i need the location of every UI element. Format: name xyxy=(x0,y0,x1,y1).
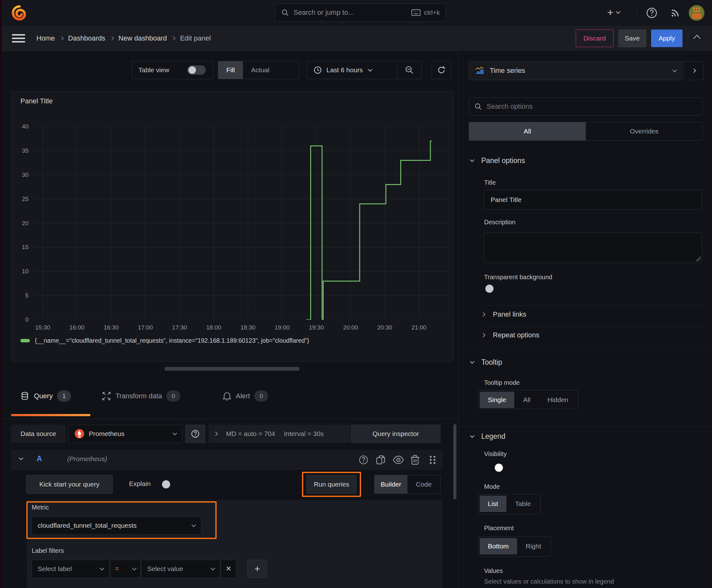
query-help-icon[interactable] xyxy=(358,455,369,465)
select-value-dropdown[interactable]: Select value xyxy=(141,560,220,578)
tooltip-single[interactable]: Single xyxy=(480,392,514,408)
zoom-out-button[interactable] xyxy=(397,61,421,79)
breadcrumb-dashboards[interactable]: Dashboards xyxy=(68,34,106,42)
section-divider xyxy=(459,426,712,427)
query-inspector-button[interactable]: Query inspector xyxy=(351,425,440,443)
left-edge-strip xyxy=(0,0,2,588)
prometheus-icon xyxy=(74,429,84,439)
query-scrollbar[interactable] xyxy=(453,424,456,499)
new-dashboard-button[interactable]: + xyxy=(607,7,620,18)
operator-dropdown[interactable]: = xyxy=(110,560,141,578)
transform-icon xyxy=(102,391,111,401)
legend-mode-list[interactable]: List xyxy=(480,496,506,512)
query-options-row[interactable]: MD = auto = 704 Interval = 30s xyxy=(209,425,350,443)
drag-handle-icon[interactable] xyxy=(429,455,437,465)
panel-options-pane: Time series Search options All Overrides… xyxy=(458,51,712,588)
tab-alert-label: Alert xyxy=(236,392,250,400)
tooltip-all[interactable]: All xyxy=(515,392,538,408)
user-avatar[interactable] xyxy=(689,5,705,21)
panel-preview: Panel Title 0510152025303540 15:3016:001… xyxy=(11,91,453,362)
tooltip-hidden[interactable]: Hidden xyxy=(539,392,577,408)
breadcrumb-new-dashboard[interactable]: New dashboard xyxy=(118,34,167,42)
tooltip-header[interactable]: Tooltip xyxy=(471,358,502,366)
search-placeholder: Search or jump to... xyxy=(294,8,407,17)
max-data-points: MD = auto = 704 xyxy=(226,430,275,438)
delete-query-icon[interactable] xyxy=(410,455,420,465)
chevron-down-icon xyxy=(173,430,177,435)
legend-mode-switcher: List Table xyxy=(478,494,541,514)
panel-options-header[interactable]: Panel options xyxy=(471,156,525,165)
resize-grip-icon[interactable] xyxy=(696,256,701,261)
repeat-options-header[interactable]: Repeat options xyxy=(481,331,539,339)
bell-icon xyxy=(222,391,231,401)
tab-alert[interactable]: Alert 0 xyxy=(222,391,268,402)
visualization-picker[interactable]: Time series xyxy=(469,61,682,80)
breadcrumb-home[interactable]: Home xyxy=(37,34,55,42)
chevron-down-icon xyxy=(100,566,104,570)
select-label-dropdown[interactable]: Select label xyxy=(32,560,110,578)
active-tab-indicator xyxy=(11,414,90,416)
actual-option[interactable]: Actual xyxy=(243,61,278,79)
data-source-picker[interactable]: Prometheus xyxy=(68,425,182,443)
open-viz-list-button[interactable] xyxy=(684,61,704,80)
help-button[interactable] xyxy=(645,6,658,19)
legend-item[interactable]: {__name__="cloudflared_tunnel_total_requ… xyxy=(20,337,309,344)
chevron-down-icon xyxy=(616,9,620,14)
collapse-query-icon[interactable] xyxy=(19,456,23,460)
code-option[interactable]: Code xyxy=(408,475,440,493)
chevron-down-icon xyxy=(470,434,474,438)
metric-select[interactable]: cloudflared_tunnel_total_requests xyxy=(32,517,201,534)
options-search[interactable]: Search options xyxy=(469,97,703,115)
collapse-options-button[interactable] xyxy=(694,35,699,42)
apply-button[interactable]: Apply xyxy=(651,29,683,47)
data-source-help-button[interactable] xyxy=(185,425,205,443)
legend-placement-label: Placement xyxy=(484,525,514,532)
search-icon xyxy=(474,102,482,110)
table-view-toggle[interactable] xyxy=(188,65,206,75)
panel-resize-handle[interactable] xyxy=(165,367,300,371)
remove-filter-button[interactable]: ✕ xyxy=(221,560,236,578)
duplicate-query-icon[interactable] xyxy=(375,455,386,465)
legend-values-hint: Select values or calculations to show in… xyxy=(484,578,614,585)
chevron-right-icon xyxy=(214,432,218,436)
breadcrumb-edit-panel: Edit panel xyxy=(180,34,211,42)
description-textarea[interactable] xyxy=(484,232,702,263)
section-divider xyxy=(484,305,702,306)
time-range-label: Last 6 hours xyxy=(326,66,363,74)
chevron-down-icon xyxy=(132,566,136,570)
select-label-placeholder: Select label xyxy=(38,565,72,573)
chevron-down-icon xyxy=(192,522,196,527)
fill-option[interactable]: Fill xyxy=(218,61,243,79)
panel-title: Panel Title xyxy=(20,97,53,105)
news-feed-icon[interactable] xyxy=(669,7,681,19)
tab-overrides[interactable]: Overrides xyxy=(586,122,703,141)
select-value-placeholder: Select value xyxy=(147,565,183,573)
kick-start-query-button[interactable]: Kick start your query xyxy=(26,475,113,494)
refresh-button[interactable] xyxy=(432,61,451,79)
panel-title-input[interactable] xyxy=(484,190,702,210)
metric-label: Metric xyxy=(32,504,49,511)
placement-bottom[interactable]: Bottom xyxy=(480,538,517,554)
tab-all[interactable]: All xyxy=(469,122,586,141)
tooltip-heading: Tooltip xyxy=(481,358,502,366)
grafana-logo-icon[interactable] xyxy=(11,5,28,21)
time-range-picker[interactable]: Last 6 hours xyxy=(307,61,397,79)
legend-header[interactable]: Legend xyxy=(471,432,505,441)
query-row-header[interactable]: A (Prometheus) xyxy=(11,450,443,470)
legend-mode-table[interactable]: Table xyxy=(507,496,539,512)
repeat-options-label: Repeat options xyxy=(493,331,539,339)
tab-query[interactable]: Query 1 xyxy=(20,391,71,402)
discard-button[interactable]: Discard xyxy=(576,29,613,47)
save-button[interactable]: Save xyxy=(619,29,646,47)
tab-transform-data[interactable]: Transform data 0 xyxy=(102,391,180,402)
run-queries-button[interactable]: Run queries xyxy=(306,475,357,494)
builder-option[interactable]: Builder xyxy=(374,475,408,493)
top-nav-bar: Search or jump to... ctrl+k + xyxy=(0,0,712,26)
panel-links-header[interactable]: Panel links xyxy=(481,310,526,318)
chevron-down-icon xyxy=(672,67,677,72)
add-filter-button[interactable]: + xyxy=(247,560,267,578)
hide-query-icon[interactable] xyxy=(393,455,404,465)
placement-right[interactable]: Right xyxy=(518,538,549,554)
global-search-input[interactable]: Search or jump to... ctrl+k xyxy=(275,3,446,22)
menu-toggle-button[interactable] xyxy=(11,33,26,44)
